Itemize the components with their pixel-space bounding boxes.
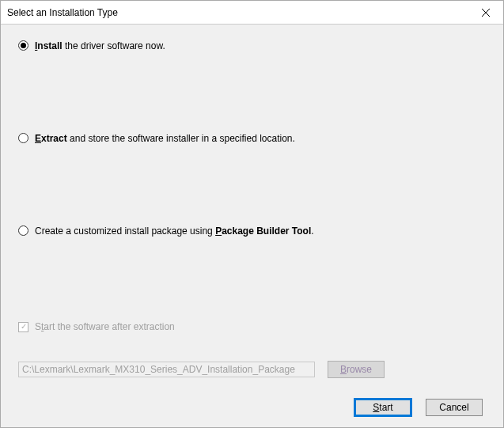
option-package[interactable]: Create a customized install package usin…	[18, 225, 486, 236]
browse-button: Browse	[328, 361, 385, 378]
cancel-button[interactable]: Cancel	[426, 399, 483, 416]
radio-extract[interactable]	[18, 133, 28, 143]
dialog-buttons: Start Cancel	[18, 399, 486, 416]
option-install-label: Install the driver software now.	[35, 41, 165, 51]
start-after-extract-row: Start the software after extraction	[18, 321, 486, 332]
start-button[interactable]: Start	[354, 399, 411, 416]
close-icon	[482, 9, 490, 17]
option-install[interactable]: Install the driver software now.	[18, 40, 486, 51]
window-title: Select an Installation Type	[7, 7, 118, 18]
start-after-extract-checkbox	[18, 322, 28, 332]
dialog-content: Install the driver software now. Extract…	[1, 25, 503, 427]
lower-section: Start the software after extraction Brow…	[18, 321, 486, 416]
option-extract[interactable]: Extract and store the software installer…	[18, 133, 486, 143]
installer-dialog: Select an Installation Type Install the …	[0, 0, 504, 428]
titlebar: Select an Installation Type	[1, 1, 503, 25]
option-extract-label: Extract and store the software installer…	[35, 134, 295, 143]
path-row: Browse	[18, 361, 486, 378]
close-button[interactable]	[468, 1, 503, 24]
extract-path-input	[18, 362, 315, 377]
radio-install[interactable]	[18, 40, 28, 51]
radio-package[interactable]	[18, 225, 28, 236]
start-after-extract-label: Start the software after extraction	[35, 321, 175, 332]
option-package-label: Create a customized install package usin…	[35, 226, 314, 236]
